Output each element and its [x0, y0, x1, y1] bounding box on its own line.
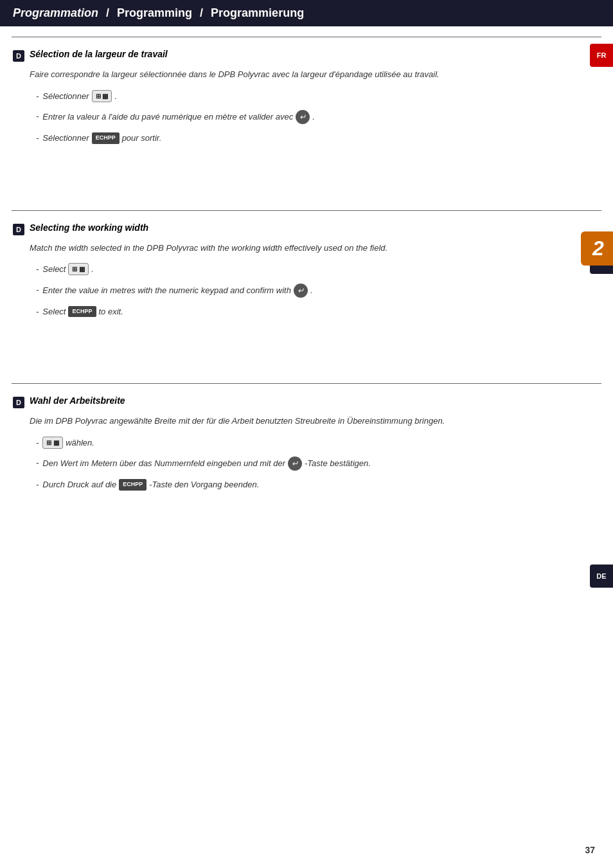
header-sep2: /	[200, 6, 203, 20]
fr-step2-dash: -	[36, 110, 39, 123]
de-step2-text-before: Den Wert im Metern über das Nummernfeld …	[42, 457, 285, 470]
fr-step1-content: Sélectionner ⊞ ▦ .	[42, 90, 117, 103]
gb-step2-enter-btn: ↵	[294, 284, 308, 298]
page-header: Programmation / Programming / Programmie…	[0, 0, 613, 26]
page-number: 37	[585, 845, 595, 855]
gb-step3-text-after: to exit.	[99, 305, 123, 318]
section-fr-heading: D Sélection de la largeur de travail	[13, 49, 600, 62]
de-step3-echpp-btn: ECHPP	[119, 479, 147, 491]
section-fr: D Sélection de la largeur de travail Fai…	[0, 37, 613, 159]
de-badge: DE	[590, 565, 613, 588]
fr-step1-text-before: Sélectionner	[42, 90, 89, 103]
section-gb-heading: D Selecting the working width	[13, 222, 600, 235]
section-gb-desc: Match the width selected in the DPB Poly…	[30, 242, 600, 255]
gb-step2: - Enter the value in metres with the num…	[36, 284, 600, 298]
gb-step3-text-before: Select	[42, 305, 66, 318]
fr-step3-echpp-btn: ECHPP	[92, 132, 120, 144]
de-step1-dash: -	[36, 437, 39, 449]
gb-step1-btn: ⊞ ▦	[68, 263, 89, 275]
section-de-icon: D	[13, 397, 24, 408]
fr-step1-text-after: .	[114, 90, 117, 103]
section-gb-icon: D	[13, 224, 24, 235]
fr-step1: - Sélectionner ⊞ ▦ .	[36, 90, 600, 103]
gb-step3: - Select ECHPP to exit.	[36, 305, 600, 318]
fr-step1-dash: -	[36, 90, 39, 103]
section-gb: D Selecting the working width Match the …	[0, 211, 613, 332]
fr-step3-text-after: pour sortir.	[122, 132, 162, 145]
gb-step3-echpp-btn: ECHPP	[68, 306, 96, 318]
section-de-desc: Die im DPB Polyvrac angewählte Breite mi…	[30, 415, 600, 428]
de-step3-text-after: -Taste den Vorgang beenden.	[149, 478, 259, 491]
de-step2-dash: -	[36, 457, 39, 469]
de-step2-text-after: -Taste bestätigen.	[305, 457, 371, 470]
fr-step2-text-before: Entrer la valeur à l'aide du pavé numéri…	[42, 111, 293, 123]
fr-step2-content: Entrer la valeur à l'aide du pavé numéri…	[42, 110, 314, 124]
header-title-fr: Programmation	[13, 6, 98, 20]
section-fr-title: Sélection de la largeur de travail	[30, 49, 168, 59]
fr-step3-dash: -	[36, 132, 39, 145]
de-step3: - Durch Druck auf die ECHPP -Taste den V…	[36, 478, 600, 491]
header-title-de: Programmierung	[211, 6, 304, 20]
fr-step3-text-before: Sélectionner	[42, 132, 89, 145]
fr-step2: - Entrer la valeur à l'aide du pavé numé…	[36, 110, 600, 124]
gb-step1-dash: -	[36, 263, 39, 276]
gb-step2-text-before: Enter the value in metres with the numer…	[42, 284, 291, 297]
fr-step2-text-after: .	[312, 111, 315, 123]
de-step2: - Den Wert im Metern über das Nummernfel…	[36, 457, 600, 471]
gb-step1: - Select ⊞ ▦ .	[36, 263, 600, 276]
gb-step1-content: Select ⊞ ▦ .	[42, 263, 94, 276]
fr-step3: - Sélectionner ECHPP pour sortir.	[36, 132, 600, 145]
gb-step1-text-before: Select	[42, 263, 66, 276]
de-step1-text-after: wählen.	[66, 437, 94, 449]
gb-step2-dash: -	[36, 284, 39, 296]
de-step2-content: Den Wert im Metern über das Nummernfeld …	[42, 457, 371, 471]
header-sep1: /	[106, 6, 109, 20]
gb-step1-text-after: .	[91, 263, 94, 276]
section-fr-icon: D	[13, 50, 24, 62]
gb-step2-text-after: .	[310, 284, 313, 297]
de-step1-content: ⊞ ▦ wählen.	[42, 437, 94, 449]
gb-step3-content: Select ECHPP to exit.	[42, 305, 123, 318]
de-step1: - ⊞ ▦ wählen.	[36, 437, 600, 449]
section-de: D Wahl der Arbeitsbreite Die im DPB Poly…	[0, 384, 613, 505]
de-step2-enter-btn: ↵	[288, 457, 302, 471]
fr-step1-btn: ⊞ ▦	[92, 90, 112, 102]
gb-step2-content: Enter the value in metres with the numer…	[42, 284, 312, 298]
de-step3-content: Durch Druck auf die ECHPP -Taste den Vor…	[42, 478, 259, 491]
section-gb-title: Selecting the working width	[30, 222, 148, 233]
header-title-en: Programming	[117, 6, 192, 20]
de-step3-text-before: Durch Druck auf die	[42, 478, 116, 491]
fr-step2-enter-btn: ↵	[296, 110, 310, 124]
fr-step3-content: Sélectionner ECHPP pour sortir.	[42, 132, 161, 145]
de-step3-dash: -	[36, 478, 39, 491]
section-de-heading: D Wahl der Arbeitsbreite	[13, 395, 600, 408]
de-step1-btn: ⊞ ▦	[42, 437, 63, 449]
section-de-title: Wahl der Arbeitsbreite	[30, 395, 125, 406]
gb-step3-dash: -	[36, 305, 39, 318]
section-fr-desc: Faire correspondre la largeur sélectionn…	[30, 68, 600, 81]
